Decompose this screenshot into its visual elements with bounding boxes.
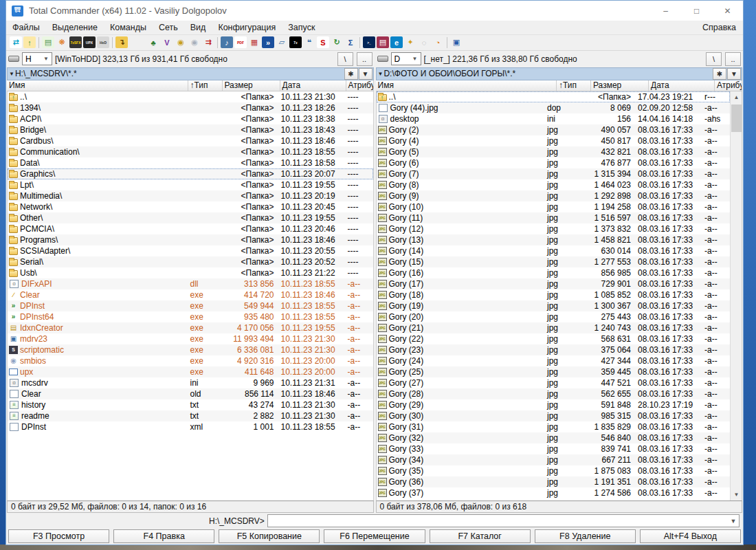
powershell-icon[interactable]: >_ — [363, 36, 375, 48]
column-header-1[interactable]: ↑Тип — [188, 80, 223, 91]
file-row[interactable]: DPInstxml1 00110.11.23 18:55-a-- — [8, 421, 373, 432]
right-history-button[interactable]: ▼ — [727, 68, 741, 80]
file-row[interactable]: Multimedia\<Папка>10.11.23 20:19---- — [8, 190, 373, 201]
file-row[interactable]: JPGGory (9)jpg1 292 89808.03.16 17:33-a-… — [377, 190, 731, 201]
scriptomatic-icon[interactable]: S — [317, 36, 329, 48]
file-row[interactable]: Lpt\<Папка>10.11.23 19:55---- — [8, 179, 373, 190]
file-row[interactable]: JPGGory (25)jpg359 44508.03.16 17:33-a-- — [377, 366, 731, 377]
scroll-down-icon[interactable]: ▼ — [731, 489, 742, 500]
menu-item-3[interactable]: Сеть — [153, 21, 184, 34]
left-path-bar[interactable]: ▼H:\_MCSDRV\*.* ✱ ▼ — [7, 67, 374, 80]
file-row[interactable]: JPGGory (11)jpg1 516 59708.03.16 17:33-a… — [377, 212, 731, 223]
fn-button-6[interactable]: Alt+F4 Выход — [640, 529, 741, 543]
file-row[interactable]: JPGGory (30)jpg985 31508.03.16 17:33-a-- — [377, 410, 731, 421]
column-header-4[interactable]: Атрибу — [346, 80, 374, 91]
swap-panels-icon[interactable]: ⇄ — [10, 36, 22, 48]
column-header-0[interactable]: Имя — [7, 80, 188, 91]
file-row[interactable]: PCMCIA\<Папка>10.11.23 20:46---- — [8, 223, 373, 234]
file-row[interactable]: JPGGory (22)jpg568 63108.03.16 17:33-a-- — [377, 333, 731, 344]
right-drive-combo[interactable]: D ▼ — [391, 52, 421, 65]
file-row[interactable]: Sscriptomaticexe6 336 08110.11.23 21:30-… — [8, 344, 373, 355]
file-row[interactable]: Graphics\<Папка>10.11.23 20:07---- — [8, 168, 373, 179]
file-row[interactable]: JPGGory (8)jpg1 464 02308.03.16 17:33-a-… — [377, 179, 731, 190]
file-row[interactable]: JPGGory (33)jpg839 74108.03.16 17:33-a-- — [377, 443, 731, 454]
file-row[interactable]: Programs\<Папка>10.11.23 18:46---- — [8, 234, 373, 245]
sync-icon[interactable]: ↻ — [331, 36, 343, 48]
file-row[interactable]: SCSIAdapter\<Папка>10.11.23 20:55---- — [8, 245, 373, 256]
speech-icon[interactable]: ❝ — [303, 36, 315, 48]
key-icon[interactable]: ✦ — [404, 36, 416, 48]
file-row[interactable]: ↑..\<Папка>10.11.23 21:30---- — [8, 91, 373, 102]
folder-up-icon[interactable]: ↑ — [23, 36, 36, 48]
column-header-4[interactable]: Атрибу — [715, 80, 742, 91]
hxd-icon[interactable]: HxD — [97, 36, 109, 48]
file-row[interactable]: ¤desktopini15614.04.16 14:18-ahs — [377, 113, 731, 124]
tree-icon[interactable]: ♣ — [147, 36, 159, 48]
column-header-2[interactable]: Размер — [591, 80, 649, 91]
file-row[interactable]: JPGGory (35)jpg1 875 08308.03.16 17:33-a… — [377, 465, 731, 476]
file-row[interactable]: Network\<Папка>10.11.23 20:45---- — [8, 201, 373, 212]
7zip-icon[interactable]: 7z — [289, 36, 302, 48]
file-row[interactable]: Other\<Папка>10.11.23 19:55---- — [8, 212, 373, 223]
fn-button-5[interactable]: F8 Удаление — [535, 529, 636, 543]
file-row[interactable]: upxexe411 64810.11.23 20:00-a-- — [8, 366, 373, 377]
verify-icon[interactable]: V — [161, 36, 173, 48]
fn-button-0[interactable]: F3 Просмотр — [8, 529, 109, 543]
column-header-3[interactable]: Дата — [649, 80, 715, 91]
file-row[interactable]: JPGGory (31)jpg1 835 82908.03.16 17:33-a… — [377, 421, 731, 432]
command-input[interactable] — [268, 515, 728, 527]
file-row[interactable]: JPGGory (7)jpg1 315 39408.03.16 17:33-a-… — [377, 168, 731, 179]
file-row[interactable]: JPGGory (4)jpg450 81708.03.16 17:33-a-- — [377, 135, 731, 146]
file-row[interactable]: JPGGory (10)jpg1 194 25808.03.16 17:33-a… — [377, 201, 731, 212]
file-row[interactable]: JPGGory (2)jpg490 05708.03.16 17:33-a-- — [377, 124, 731, 135]
fn-button-2[interactable]: F5 Копирование — [219, 529, 320, 543]
file-row[interactable]: ∕Clearexe414 72010.11.23 18:46-a-- — [8, 289, 373, 300]
left-star-button[interactable]: ✱ — [344, 68, 358, 80]
left-history-button[interactable]: ▼ — [359, 68, 373, 80]
menu-item-6[interactable]: Запуск — [282, 21, 321, 34]
file-row[interactable]: ¤DIFxAPIdll313 85610.11.23 18:55-a-- — [8, 278, 373, 289]
file-row[interactable]: JPGGory (36)jpg1 191 35108.03.16 17:33-a… — [377, 476, 731, 487]
file-row[interactable]: JPGGory (23)jpg375 06408.03.16 17:33-a-- — [377, 344, 731, 355]
globe-icon[interactable]: ◌ — [418, 36, 430, 48]
file-row[interactable]: »DPInst64exe935 48010.11.23 18:55-a-- — [8, 311, 373, 322]
file-row[interactable]: JPGGory (14)jpg630 01408.03.16 17:33-a-- — [377, 245, 731, 256]
file-row[interactable]: JPGGory (21)jpg1 240 74308.03.16 17:33-a… — [377, 322, 731, 333]
file-row[interactable]: 1394\<Папка>10.11.23 18:26---- — [8, 102, 373, 113]
file-row[interactable]: ACPI\<Папка>10.11.23 18:38---- — [8, 113, 373, 124]
cd-silver-icon[interactable]: ◉ — [188, 36, 201, 48]
file-row[interactable]: JPGGory (5)jpg432 82108.03.16 17:33-a-- — [377, 146, 731, 157]
file-row[interactable]: »DPInstexe549 94410.11.23 18:55-a-- — [8, 300, 373, 311]
file-row[interactable]: JPGGory (13)jpg1 458 82108.03.16 17:33-a… — [377, 234, 731, 245]
file-row[interactable]: ▤IdxnCreatorexe4 170 05610.11.23 19:55-a… — [8, 322, 373, 333]
file-row[interactable]: JPGGory (6)jpg476 87708.03.16 17:33-a-- — [377, 157, 731, 168]
tc-utility-icon[interactable]: ↴ — [115, 36, 128, 48]
file-row[interactable]: JPGGory (12)jpg1 373 83208.03.16 17:33-a… — [377, 223, 731, 234]
pdf-icon[interactable]: PDF — [234, 36, 247, 48]
menu-item-0[interactable]: Файлы — [6, 21, 46, 34]
file-row[interactable]: ¤mcsdrvini9 96910.11.23 21:31-a-- — [8, 377, 373, 388]
right-scrollbar[interactable]: ▲ ▼ — [730, 91, 742, 500]
scrollbar-thumb[interactable] — [731, 104, 742, 132]
file-row[interactable]: ◉smbiosexe4 920 31610.11.23 20:00-a-- — [8, 355, 373, 366]
menu-item-5[interactable]: Конфигурация — [212, 21, 282, 34]
file-row[interactable]: JPGGory (29)jpg591 84828.10.23 17:19-a-- — [377, 399, 731, 410]
minimize-button[interactable]: – — [650, 1, 681, 21]
right-star-button[interactable]: ✱ — [713, 68, 726, 80]
file-row[interactable]: JPGGory (17)jpg729 90108.03.16 17:33-a-- — [377, 278, 731, 289]
7zip-flower-icon[interactable]: ❋ — [56, 36, 68, 48]
file-row[interactable]: Clearold856 11410.11.23 18:46-a-- — [8, 388, 373, 399]
column-header-2[interactable]: Размер — [223, 80, 280, 91]
maximize-button[interactable]: □ — [681, 1, 712, 21]
file-row[interactable]: Usb\<Папка>10.11.23 21:22---- — [8, 267, 373, 278]
file-row[interactable]: JPGGory (32)jpg546 84008.03.16 17:33-a-- — [377, 432, 731, 443]
file-row[interactable]: JPGGory (19)jpg1 300 36708.03.16 17:33-a… — [377, 300, 731, 311]
right-parent-button[interactable]: .. — [725, 52, 741, 66]
file-row[interactable]: ≡historytxt43 27410.11.23 21:30-a-- — [8, 399, 373, 410]
file-row[interactable]: Serial\<Папка>10.11.23 20:52---- — [8, 256, 373, 267]
blue-arrows-icon[interactable]: » — [262, 36, 274, 48]
image-tool-icon[interactable]: ▦ — [248, 36, 260, 48]
cd-gold-icon[interactable]: ◉ — [175, 36, 187, 48]
compare-icon[interactable]: ⇉ — [202, 36, 214, 48]
file-row[interactable]: Communication\<Папка>10.11.23 18:55---- — [8, 146, 373, 157]
